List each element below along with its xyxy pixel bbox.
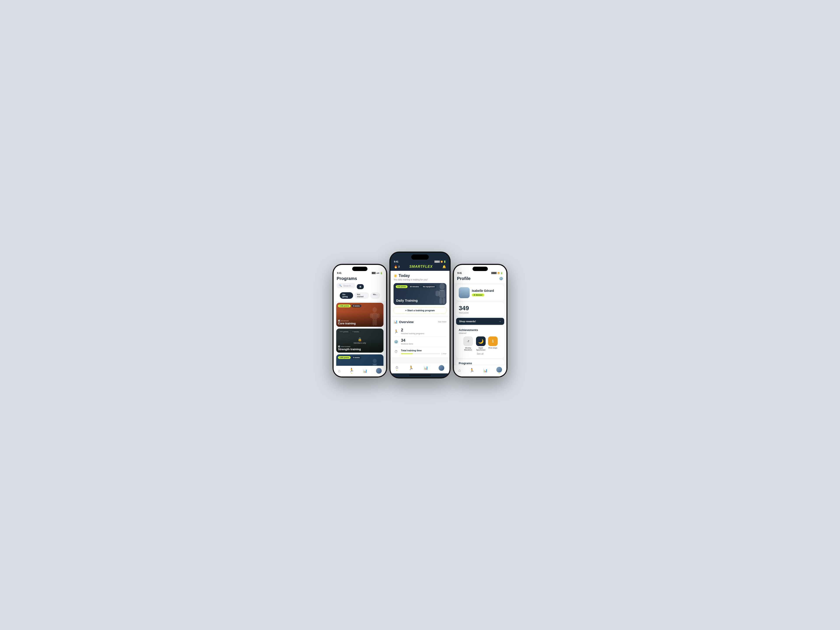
card-tags-1: 1430 points 6 weeks xyxy=(338,305,382,307)
avatar-center xyxy=(439,365,444,371)
dynamic-island-left xyxy=(352,267,368,271)
svg-rect-11 xyxy=(439,290,445,298)
profile-programs-title: Programs xyxy=(459,362,502,365)
points-tag-1: 1430 points xyxy=(338,305,351,307)
gear-stat-icon: ⚙️ xyxy=(393,340,399,344)
nav-profile-right[interactable] xyxy=(496,367,502,374)
nav-profile-center[interactable] xyxy=(439,365,444,371)
settings-icon[interactable]: ⚙️ xyxy=(499,276,503,281)
training-card[interactable]: 132 points 30 minutes No equipment Daily… xyxy=(393,283,447,305)
time-right: 9:41 xyxy=(458,272,462,274)
programs-list: 1430 points 6 weeks 📊Advanced Core train… xyxy=(333,301,386,366)
nav-workout-center[interactable]: 🏃 xyxy=(409,366,414,370)
program-name-1: Core training xyxy=(338,322,382,325)
member-label: Member xyxy=(476,294,483,296)
tab-ongoing[interactable]: On-going xyxy=(340,292,353,299)
scene: 9:41 ▋▋▋ wifi 🔋 Programs 🔍 Search... xyxy=(322,238,518,392)
achievements-subtitle: obtained xyxy=(459,332,502,334)
nav-home-center[interactable]: ⌂ xyxy=(396,365,398,371)
battery-center: 🔋 xyxy=(444,261,446,263)
program-card-stretch[interactable]: 1300 points 5 weeks 📊Beginner Stretch tr… xyxy=(336,354,384,366)
finished-value: 2 xyxy=(401,328,425,332)
today-title: Today xyxy=(399,273,410,278)
flame-count: 2 xyxy=(398,265,399,268)
program-level-1: 📊Advanced xyxy=(338,320,382,322)
center-screen: ☀️ Today You daily training is waiting f… xyxy=(390,271,450,377)
chart-icon: 📊 xyxy=(393,320,398,324)
nav-workout-left[interactable]: 🏃 xyxy=(349,368,354,374)
tag-equipment: No equipment xyxy=(421,285,436,288)
profile-screen: Profile ⚙️ Isabelle Gérard ★ Membe xyxy=(454,274,507,376)
start-program-btn[interactable]: + Start a training program xyxy=(393,307,447,314)
achievement-first-steps: 1 First steps xyxy=(488,336,497,351)
dynamic-island-right xyxy=(472,267,488,271)
nav-profile-left[interactable] xyxy=(376,368,382,374)
achievements-title: Achievements xyxy=(459,328,502,332)
battery-right: 🔋 xyxy=(500,272,503,274)
nav-home-left[interactable]: ⌂ xyxy=(338,369,340,373)
today-subtitle: You daily training is waiting for you! xyxy=(393,278,447,281)
tab-more[interactable]: Ma... xyxy=(370,292,380,299)
achievement-name-2: Night Sportsman xyxy=(475,347,486,351)
see-more[interactable]: See more xyxy=(438,321,447,323)
tab-not-started[interactable]: Not started xyxy=(354,292,369,299)
phone-left: 9:41 ▋▋▋ wifi 🔋 Programs 🔍 Search... xyxy=(333,264,387,377)
svg-rect-14 xyxy=(442,298,445,304)
program-level-2: 📊Intermediate xyxy=(338,346,382,347)
bottom-nav-right: ⌂ 🏃 📊 xyxy=(454,365,507,376)
stat-time: ⏱ Total training time 1 hour xyxy=(393,347,447,355)
overview-title: 📊 Overview xyxy=(393,320,414,324)
badge-icon-2: 🌙 xyxy=(478,339,484,344)
bottom-nav-center: ⌂ 🏃 📊 xyxy=(390,363,450,373)
achievement-weekly-marathon: -7 Weekly Marathon xyxy=(463,336,474,351)
wifi-right: 📶 xyxy=(497,272,500,274)
nav-stats-left[interactable]: 📊 xyxy=(363,369,367,373)
center-app-header: 🔥 2 SMARTFLEX 🔔 xyxy=(390,263,450,271)
card-content-2: ??? points ? weeks 📊Intermediate Strengt… xyxy=(336,328,384,353)
points-section: 349 Total points xyxy=(456,302,504,317)
badge-icon-1: -7 xyxy=(467,340,469,343)
duration-tag-2: ? weeks xyxy=(351,330,361,333)
center-content: ☀️ Today You daily training is waiting f… xyxy=(390,271,450,363)
dynamic-island-center xyxy=(411,254,429,260)
battery-left: 🔋 xyxy=(380,272,382,274)
achievements-row: -7 Weekly Marathon 🌙 Night Sportsman xyxy=(459,336,502,351)
time-bar xyxy=(401,353,440,354)
overview-label: Overview xyxy=(399,320,414,324)
nav-stats-right[interactable]: 📊 xyxy=(483,368,488,373)
bell-icon[interactable]: 🔔 xyxy=(442,265,446,268)
shop-label: Shop rewards! xyxy=(459,320,476,323)
search-bar[interactable]: 🔍 Search... xyxy=(337,283,355,288)
app-logo: SMARTFLEX xyxy=(409,265,433,268)
shop-btn[interactable]: Shop rewards! → xyxy=(456,318,504,325)
time-center: 9:41 xyxy=(394,261,398,263)
duration-tag-3: 5 weeks xyxy=(352,356,362,359)
status-bar-left: 9:41 ▋▋▋ wifi 🔋 xyxy=(333,271,386,274)
svg-rect-12 xyxy=(436,291,439,296)
program-card-core[interactable]: 1430 points 6 weeks 📊Advanced Core train… xyxy=(336,303,384,327)
status-icons-center: ▋▋▋▋ 📶 🔋 xyxy=(435,261,446,263)
achievements-section: Achievements obtained -7 Weekly Marathon xyxy=(456,326,504,358)
search-placeholder: Search... xyxy=(343,284,353,287)
card-tags-3: 1300 points 5 weeks xyxy=(338,356,382,359)
star-icon: ★ xyxy=(474,294,475,296)
nav-home-right[interactable]: ⌂ xyxy=(458,368,461,373)
points-tag-3: 1300 points xyxy=(338,356,351,359)
svg-point-10 xyxy=(439,283,445,289)
workout-value: 34 xyxy=(401,338,413,343)
time-value: 1 hour xyxy=(441,353,447,355)
nav-workout-right[interactable]: 🏃 xyxy=(469,368,474,373)
today-section: ☀️ Today You daily training is waiting f… xyxy=(390,271,450,316)
filter-button[interactable]: ⊞ xyxy=(357,284,364,289)
flame-icon: 🔥 xyxy=(394,265,398,268)
see-all-btn[interactable]: See all xyxy=(459,351,502,356)
status-bar-center: 9:41 ▋▋▋▋ 📶 🔋 xyxy=(390,260,450,263)
badge-night-sportsman: 🌙 xyxy=(476,336,486,346)
signal-right: ▋▋▋▋ xyxy=(491,272,497,274)
home-indicator-center xyxy=(409,375,431,376)
program-card-strength[interactable]: 🔒 Members only ??? points ? weeks 📊Inter… xyxy=(336,328,384,353)
svg-rect-13 xyxy=(439,298,442,304)
arrow-icon: → xyxy=(499,320,501,323)
nav-stats-center[interactable]: 📊 xyxy=(424,366,428,370)
badge-weekly-marathon: -7 xyxy=(463,336,473,346)
